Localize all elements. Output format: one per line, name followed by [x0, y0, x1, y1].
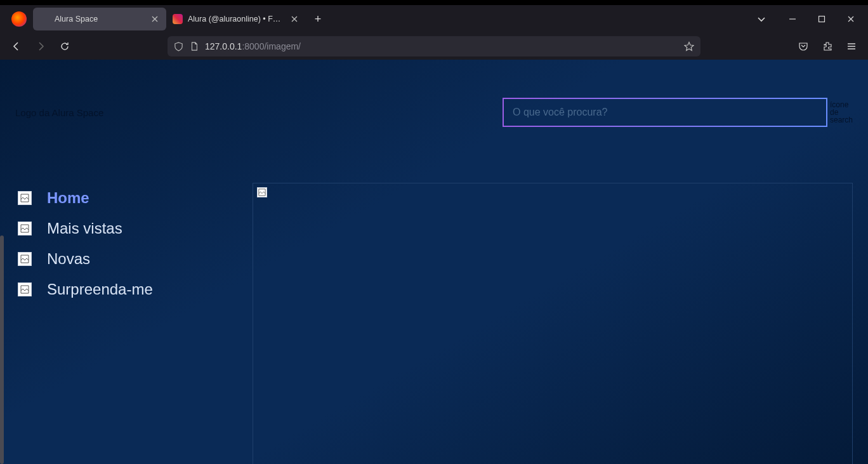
- menu-icon[interactable]: [841, 36, 862, 56]
- url-text: 127.0.0.1:8000/imagem/: [205, 41, 678, 51]
- main-area: Home Mais vistas Novas: [15, 183, 853, 464]
- urlbar-left-icons: [174, 42, 199, 51]
- bookmark-icon[interactable]: [684, 41, 694, 51]
- close-icon[interactable]: [289, 14, 299, 24]
- sidebar-item-label: Novas: [47, 250, 90, 268]
- list-tabs-button[interactable]: [750, 8, 773, 30]
- maximize-button[interactable]: [807, 8, 836, 30]
- pocket-icon[interactable]: [793, 36, 813, 56]
- close-window-button[interactable]: [836, 8, 865, 30]
- sidebar-item-mais-vistas[interactable]: Mais vistas: [18, 213, 247, 244]
- sidebar-item-label: Home: [47, 189, 89, 207]
- url-host: 127.0.0.1: [205, 41, 242, 51]
- page-icon: [190, 42, 199, 51]
- sidebar: Home Mais vistas Novas: [15, 183, 247, 464]
- broken-image-icon: [257, 187, 267, 197]
- tab-bar: Alura Space Alura (@aluraonline) • Fotos…: [0, 5, 868, 33]
- broken-image-icon: [18, 222, 32, 235]
- page-content: Logo da Alura Space ícone de search Home: [0, 60, 868, 464]
- svg-rect-0: [819, 17, 825, 22]
- content-area: [253, 183, 853, 464]
- search-wrap: ícone de search: [503, 98, 853, 127]
- url-path: /imagem/: [264, 41, 301, 51]
- sidebar-item-label: Mais vistas: [47, 220, 122, 237]
- back-button[interactable]: [6, 36, 27, 56]
- reload-button[interactable]: [55, 36, 75, 56]
- sidebar-item-label: Surpreenda-me: [47, 281, 153, 298]
- tab-favicon: [173, 14, 183, 24]
- search-icon-alt-text: ícone de search: [830, 101, 853, 124]
- sidebar-item-novas[interactable]: Novas: [18, 244, 247, 274]
- url-port: :8000: [242, 41, 264, 51]
- browser-tab[interactable]: Alura Space: [33, 8, 166, 30]
- window-titlebar: [0, 0, 868, 5]
- shield-icon: [174, 42, 183, 51]
- scrollbar[interactable]: [0, 235, 4, 464]
- broken-image-icon: [18, 191, 32, 205]
- nav-toolbar: 127.0.0.1:8000/imagem/: [0, 33, 868, 60]
- toolbar-right: [793, 36, 862, 56]
- url-bar[interactable]: 127.0.0.1:8000/imagem/: [168, 36, 700, 56]
- firefox-icon: [11, 11, 27, 27]
- sidebar-item-surpreenda-me[interactable]: Surpreenda-me: [18, 274, 247, 305]
- browser-tab[interactable]: Alura (@aluraonline) • Fotos e v: [166, 8, 306, 30]
- broken-image-icon: [18, 252, 32, 266]
- minimize-button[interactable]: [778, 8, 807, 30]
- forward-button[interactable]: [30, 36, 51, 56]
- extensions-icon[interactable]: [817, 36, 838, 56]
- close-icon[interactable]: [150, 14, 160, 24]
- browser-chrome: Alura Space Alura (@aluraonline) • Fotos…: [0, 0, 868, 60]
- page-header: Logo da Alura Space ícone de search: [15, 96, 853, 128]
- tab-title: Alura (@aluraonline) • Fotos e v: [188, 15, 284, 23]
- window-controls: [778, 8, 865, 30]
- tab-favicon: [39, 14, 49, 24]
- search-input[interactable]: [503, 98, 827, 127]
- tab-title: Alura Space: [55, 15, 145, 23]
- tabbar-right: [750, 8, 868, 30]
- tabs-container: Alura Space Alura (@aluraonline) • Fotos…: [33, 8, 750, 30]
- sidebar-item-home[interactable]: Home: [18, 183, 247, 213]
- new-tab-button[interactable]: +: [308, 10, 327, 29]
- logo-alt-text: Logo da Alura Space: [15, 107, 103, 118]
- broken-image-icon: [18, 282, 32, 296]
- page-viewport: Logo da Alura Space ícone de search Home: [0, 60, 868, 464]
